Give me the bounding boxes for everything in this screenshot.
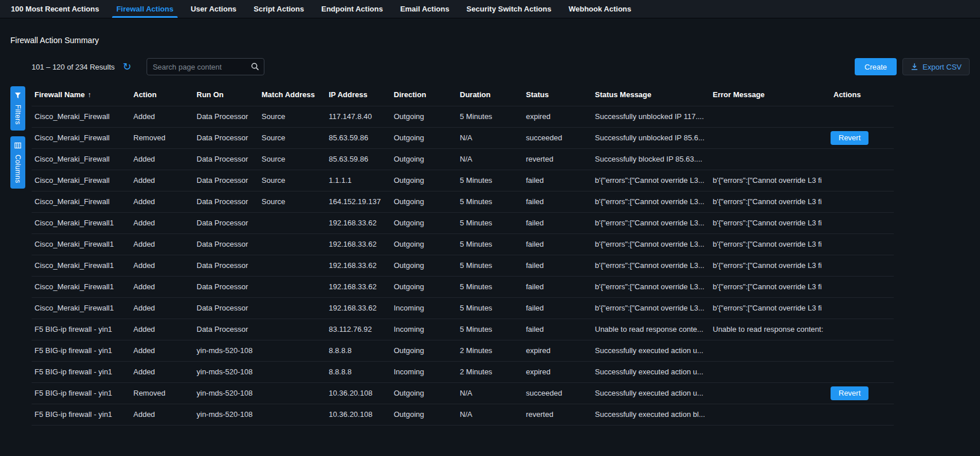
table-row: F5 BIG-ip firewall - yin1Addedyin-mds-52… — [32, 404, 894, 425]
table-row: Cisco_Meraki_Firewall1AddedData Processo… — [32, 233, 894, 255]
cell-run-on: Data Processor — [194, 170, 259, 191]
cell-status: failed — [523, 233, 592, 255]
tab-security-switch-actions[interactable]: Security Switch Actions — [458, 0, 560, 18]
cell-status-message: Successfully unblocked IP 85.6... — [592, 127, 710, 148]
cell-status: failed — [523, 276, 592, 297]
cell-status: succeeded — [523, 382, 592, 404]
table-row: Cisco_Meraki_FirewallAddedData Processor… — [32, 148, 894, 170]
cell-direction: Incoming — [391, 361, 457, 382]
column-header-duration[interactable]: Duration — [457, 84, 523, 106]
cell-match-address — [259, 212, 326, 233]
column-header-direction[interactable]: Direction — [391, 84, 457, 106]
tab-user-actions[interactable]: User Actions — [182, 0, 245, 18]
cell-run-on: Data Processor — [194, 127, 259, 148]
revert-button[interactable]: Revert — [831, 386, 868, 400]
cell-duration: 5 Minutes — [457, 255, 523, 276]
column-header-match-address[interactable]: Match Address — [259, 84, 326, 106]
cell-ip-address: 8.8.8.8 — [326, 361, 391, 382]
cell-actions: Revert — [831, 382, 894, 404]
cell-error-message — [710, 404, 831, 425]
cell-direction: Outgoing — [391, 276, 457, 297]
cell-direction: Outgoing — [391, 170, 457, 191]
cell-status: expired — [523, 106, 592, 127]
cell-firewall-name: F5 BIG-ip firewall - yin1 — [32, 361, 130, 382]
cell-error-message — [710, 382, 831, 404]
side-tab-columns[interactable]: Columns — [10, 136, 25, 189]
table-row: Cisco_Meraki_Firewall1AddedData Processo… — [32, 255, 894, 276]
refresh-icon[interactable]: ↻ — [123, 62, 132, 72]
cell-match-address — [259, 233, 326, 255]
cell-firewall-name: Cisco_Meraki_Firewall — [32, 148, 130, 170]
column-header-ip-address[interactable]: IP Address — [326, 84, 391, 106]
cell-match-address — [259, 276, 326, 297]
column-header-error-message[interactable]: Error Message — [710, 84, 831, 106]
cell-error-message: b'{"errors":["Cannot override L3 fi — [710, 297, 831, 319]
cell-duration: 5 Minutes — [457, 297, 523, 319]
cell-status-message: b'{"errors":["Cannot override L3... — [592, 276, 710, 297]
cell-status: expired — [523, 340, 592, 361]
cell-ip-address: 164.152.19.137 — [326, 191, 391, 212]
cell-ip-address: 10.36.20.108 — [326, 404, 391, 425]
cell-status: failed — [523, 319, 592, 340]
cell-match-address — [259, 404, 326, 425]
column-header-status-message[interactable]: Status Message — [592, 84, 710, 106]
cell-error-message: b'{"errors":["Cannot override L3 fi — [710, 276, 831, 297]
cell-run-on: Data Processor — [194, 297, 259, 319]
columns-grid-icon — [14, 141, 21, 151]
cell-status: failed — [523, 191, 592, 212]
cell-actions — [831, 404, 894, 425]
search-box — [147, 58, 264, 75]
cell-duration: N/A — [457, 404, 523, 425]
cell-duration: 2 Minutes — [457, 340, 523, 361]
cell-duration: N/A — [457, 382, 523, 404]
cell-match-address — [259, 255, 326, 276]
tab-endpoint-actions[interactable]: Endpoint Actions — [313, 0, 391, 18]
top-nav: 100 Most Recent ActionsFirewall ActionsU… — [0, 0, 980, 18]
cell-ip-address: 85.63.59.86 — [326, 148, 391, 170]
column-header-firewall-name[interactable]: Firewall Name↑ — [32, 84, 130, 106]
cell-firewall-name: Cisco_Meraki_Firewall — [32, 191, 130, 212]
cell-duration: 5 Minutes — [457, 106, 523, 127]
cell-ip-address: 10.36.20.108 — [326, 382, 391, 404]
cell-status-message: Successfully executed action bl... — [592, 404, 710, 425]
cell-status-message: Successfully executed action u... — [592, 340, 710, 361]
export-csv-button[interactable]: Export CSV — [902, 58, 970, 75]
cell-match-address: Source — [259, 170, 326, 191]
table-header-row: Firewall Name↑ActionRun OnMatch AddressI… — [32, 84, 894, 106]
cell-run-on: Data Processor — [194, 276, 259, 297]
tab-email-actions[interactable]: Email Actions — [391, 0, 458, 18]
cell-run-on: Data Processor — [194, 191, 259, 212]
create-button[interactable]: Create — [855, 58, 897, 75]
cell-status-message: Successfully blocked IP 85.63.... — [592, 148, 710, 170]
cell-duration: 5 Minutes — [457, 212, 523, 233]
cell-run-on: yin-mds-520-108 — [194, 382, 259, 404]
cell-action: Added — [130, 340, 194, 361]
revert-button[interactable]: Revert — [831, 131, 868, 145]
column-header-status[interactable]: Status — [523, 84, 592, 106]
tab-firewall-actions[interactable]: Firewall Actions — [107, 0, 182, 18]
column-header-action[interactable]: Action — [130, 84, 194, 106]
cell-ip-address: 192.168.33.62 — [326, 297, 391, 319]
cell-ip-address: 192.168.33.62 — [326, 276, 391, 297]
cell-action: Added — [130, 233, 194, 255]
tab-script-actions[interactable]: Script Actions — [245, 0, 313, 18]
cell-direction: Incoming — [391, 297, 457, 319]
column-header-run-on[interactable]: Run On — [194, 84, 259, 106]
cell-status-message: Successfully executed action u... — [592, 361, 710, 382]
cell-actions: Revert — [831, 127, 894, 148]
table-row: F5 BIG-ip firewall - yin1Removedyin-mds-… — [32, 382, 894, 404]
cell-status-message: Unable to read response conte... — [592, 319, 710, 340]
cell-run-on: Data Processor — [194, 319, 259, 340]
tab-webhook-actions[interactable]: Webhook Actions — [560, 0, 640, 18]
cell-direction: Outgoing — [391, 340, 457, 361]
column-header-actions[interactable]: Actions — [831, 84, 894, 106]
side-tab-filters[interactable]: Filters — [10, 86, 25, 131]
cell-status-message: b'{"errors":["Cannot override L3... — [592, 233, 710, 255]
cell-action: Added — [130, 276, 194, 297]
tab-100-most-recent-actions[interactable]: 100 Most Recent Actions — [2, 0, 107, 18]
export-csv-label: Export CSV — [923, 63, 962, 71]
search-input[interactable] — [147, 58, 264, 75]
cell-match-address — [259, 340, 326, 361]
cell-actions — [831, 340, 894, 361]
cell-error-message — [710, 106, 831, 127]
